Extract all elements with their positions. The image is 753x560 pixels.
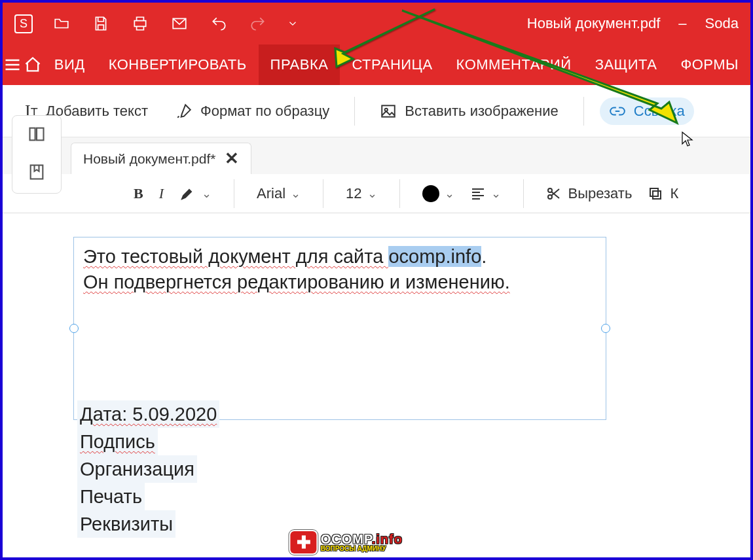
highlighter-icon [179,186,195,201]
text-run: Он подвергнется редактированию и изменен… [83,271,510,292]
text-format-bar: B I ⌄ Arial⌄ 12⌄ ⌄ ⌄ Вырезать К [3,174,750,213]
watermark-tagline: ВОПРОСЫ АДМИНУ [321,546,403,552]
close-tab-icon[interactable]: ✕ [225,149,239,169]
insert-image-label: Вставить изображение [405,103,558,120]
cut-label: Вырезать [568,185,633,202]
field-org: Организация [77,455,197,483]
text-selection: ocomp.info [388,246,481,267]
mouse-cursor-icon [681,131,694,148]
bold-button[interactable]: B [134,185,143,202]
field-date: Дата: 5.09.2020 [77,400,219,428]
paragraph-1[interactable]: Это тестовый документ для сайта ocomp.in… [74,237,606,302]
insert-image-button[interactable]: Вставить изображение [371,97,567,125]
panel-thumbnails-icon[interactable] [28,125,46,146]
copy-button[interactable]: К [648,185,678,202]
color-select[interactable]: ⌄ [422,185,454,202]
link-label: Ссылка [634,103,685,120]
separator [583,97,584,126]
home-icon[interactable] [22,44,42,85]
menu-forms[interactable]: ФОРМЫ [669,44,750,85]
scissors-icon [546,186,562,201]
quick-access-toolbar: S Новый документ.pdf – Soda [3,3,750,44]
app-name: Soda [705,15,739,32]
font-size: 12 [346,185,361,202]
menu-view[interactable]: ВИД [43,44,97,85]
svg-rect-9 [650,188,658,196]
link-icon [609,103,626,120]
format-painter-label: Формат по образцу [200,103,329,120]
separator [523,179,524,208]
cut-button[interactable]: Вырезать [546,185,633,202]
link-button[interactable]: Ссылка [600,97,694,125]
svg-rect-8 [653,191,661,199]
undo-icon[interactable] [208,13,229,34]
panel-bookmarks-icon[interactable] [28,163,46,184]
format-painter-button[interactable]: Формат по образцу [166,97,339,125]
app-badge: S [14,14,33,33]
copy-icon [648,186,663,201]
separator [354,97,355,126]
align-select[interactable]: ⌄ [470,186,501,201]
field-signature: Подпись [77,428,158,455]
brush-icon [175,103,193,120]
document-tab[interactable]: Новый документ.pdf* ✕ [71,143,251,174]
svg-rect-3 [30,128,35,141]
separator [323,179,323,208]
watermark-tld: .info [372,532,403,546]
menu-protect[interactable]: ЗАЩИТА [583,44,669,85]
watermark-site: OCOMP [321,532,372,546]
side-panel-tabs [12,115,62,194]
menu-comment[interactable]: КОММЕНТАРИЙ [445,44,583,85]
watermark: ✚ OCOMP.info ВОПРОСЫ АДМИНУ [291,531,403,553]
separator [234,179,234,208]
qat-more-icon[interactable] [287,13,299,34]
field-stamp: Печать [77,483,145,510]
font-name: Arial [257,185,285,202]
highlight-button[interactable]: ⌄ [179,186,211,201]
hamburger-icon[interactable] [3,44,22,85]
italic-button[interactable]: I [159,185,164,202]
svg-rect-4 [37,128,44,141]
print-icon[interactable] [130,13,151,34]
mail-icon[interactable] [169,13,190,34]
menu-convert[interactable]: КОНВЕРТИРОВАТЬ [97,44,259,85]
main-menu: ВИД КОНВЕРТИРОВАТЬ ПРАВКА СТРАНИЦА КОММЕ… [3,44,750,85]
copy-label: К [670,185,678,202]
text-run: Это тестовый документ для сайта [83,246,388,267]
save-icon[interactable] [90,13,111,34]
watermark-badge-icon: ✚ [291,531,317,553]
redo-icon[interactable] [248,13,268,34]
menu-page[interactable]: СТРАНИЦА [340,44,444,85]
fields-block[interactable]: Дата: 5.09.2020 Подпись Организация Печа… [77,400,219,538]
field-requisites: Реквизиты [77,510,175,538]
svg-rect-1 [382,105,395,116]
add-text-label: Добавить текст [46,103,148,120]
font-size-select[interactable]: 12⌄ [346,185,376,202]
menu-edit[interactable]: ПРАВКА [259,44,340,85]
color-swatch-icon [422,185,439,202]
document-tabs: Новый документ.pdf* ✕ [3,137,750,174]
svg-rect-5 [31,166,43,179]
text-edit-box[interactable]: Это тестовый документ для сайта ocomp.in… [73,237,606,420]
window-title: Новый документ.pdf [527,15,661,32]
text-run: . [481,246,487,267]
separator [399,179,400,208]
document-tab-label: Новый документ.pdf* [83,151,215,167]
align-icon [470,186,486,201]
font-select[interactable]: Arial⌄ [257,185,301,202]
image-icon [380,103,397,120]
edit-tools-row: IT Добавить текст Формат по образцу Вста… [3,85,750,137]
open-icon[interactable] [51,13,72,34]
document-canvas[interactable]: Это тестовый документ для сайта ocomp.in… [68,232,737,551]
title-separator: – [678,15,686,32]
